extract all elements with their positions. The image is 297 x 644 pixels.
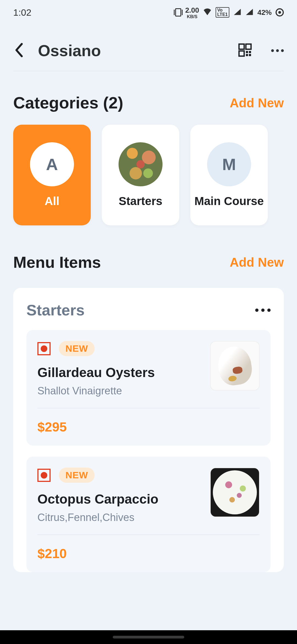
categories-list[interactable]: A All Starters M Main Course <box>0 125 297 239</box>
record-icon <box>276 8 284 17</box>
network-rate-unit: KB/S <box>187 15 197 19</box>
svg-rect-2 <box>239 51 244 56</box>
menu-item-thumbnail <box>210 341 260 391</box>
new-badge: NEW <box>59 341 95 356</box>
signal-icon-2 <box>245 8 254 17</box>
signal-icon-1 <box>233 8 241 17</box>
category-label: All <box>45 195 59 208</box>
item-divider <box>37 408 260 408</box>
menu-item-description: Shallot Vinaigrette <box>37 385 202 397</box>
svg-rect-6 <box>249 54 251 56</box>
volte-icon: VoLTE1 <box>216 7 229 18</box>
home-indicator[interactable] <box>113 636 184 638</box>
status-indicators: 2.00 KB/S VoLTE1 42% <box>175 6 284 19</box>
gesture-bar <box>0 630 297 644</box>
item-divider <box>37 534 260 535</box>
menu-item-card[interactable]: NEW Gillardeau Oysters Shallot Vinaigret… <box>26 330 271 446</box>
category-thumb-letter: M <box>207 142 251 186</box>
network-rate: 2.00 KB/S <box>185 6 199 19</box>
category-all[interactable]: A All <box>13 125 91 225</box>
wifi-icon <box>203 8 212 17</box>
menu-items-header: Menu Items Add New <box>0 239 297 288</box>
menu-item-description: Citrus,Fennel,Chives <box>37 512 202 523</box>
category-starters[interactable]: Starters <box>102 125 179 225</box>
back-button[interactable] <box>13 42 24 59</box>
menu-group-header: Starters <box>26 301 271 319</box>
menu-group-title: Starters <box>26 301 85 319</box>
category-label: Starters <box>119 195 163 208</box>
svg-rect-1 <box>246 44 251 49</box>
status-bar: 1:02 2.00 KB/S VoLTE1 42% <box>0 0 297 25</box>
svg-rect-5 <box>246 54 248 56</box>
category-thumb-letter: A <box>30 142 74 186</box>
nonveg-marker-icon <box>37 469 51 482</box>
menu-items-title: Menu Items <box>13 253 101 271</box>
svg-rect-3 <box>246 51 248 53</box>
more-button[interactable] <box>271 49 284 52</box>
nonveg-marker-icon <box>37 342 51 355</box>
menu-item-card[interactable]: NEW Octopus Carpaccio Citrus,Fennel,Chiv… <box>26 457 271 572</box>
network-rate-value: 2.00 <box>185 6 199 15</box>
app-header: Ossiano <box>0 25 297 71</box>
qr-code-button[interactable] <box>238 43 252 58</box>
categories-header: Categories (2) Add New <box>0 71 297 125</box>
category-main-course[interactable]: M Main Course <box>190 125 268 225</box>
menu-item-name: Octopus Carpaccio <box>37 492 202 507</box>
svg-rect-0 <box>239 44 244 49</box>
new-badge: NEW <box>59 468 95 483</box>
categories-title: Categories (2) <box>13 93 123 112</box>
menu-item-price: $295 <box>37 419 260 435</box>
svg-rect-4 <box>249 51 251 53</box>
vibrate-icon <box>175 8 181 17</box>
menu-item-thumbnail <box>210 468 260 517</box>
add-category-button[interactable]: Add New <box>230 95 284 110</box>
menu-group-more-button[interactable] <box>255 309 271 312</box>
menu-item-name: Gillardeau Oysters <box>37 365 202 380</box>
menu-group-card: Starters NEW Gillardeau Oysters Shallot … <box>13 288 284 572</box>
add-menu-item-button[interactable]: Add New <box>230 255 284 270</box>
battery-percent: 42% <box>257 8 272 17</box>
category-thumb-image <box>119 142 163 186</box>
page-title: Ossiano <box>38 41 224 60</box>
category-label: Main Course <box>194 195 264 208</box>
menu-item-price: $210 <box>37 546 260 561</box>
status-time: 1:02 <box>13 7 31 18</box>
